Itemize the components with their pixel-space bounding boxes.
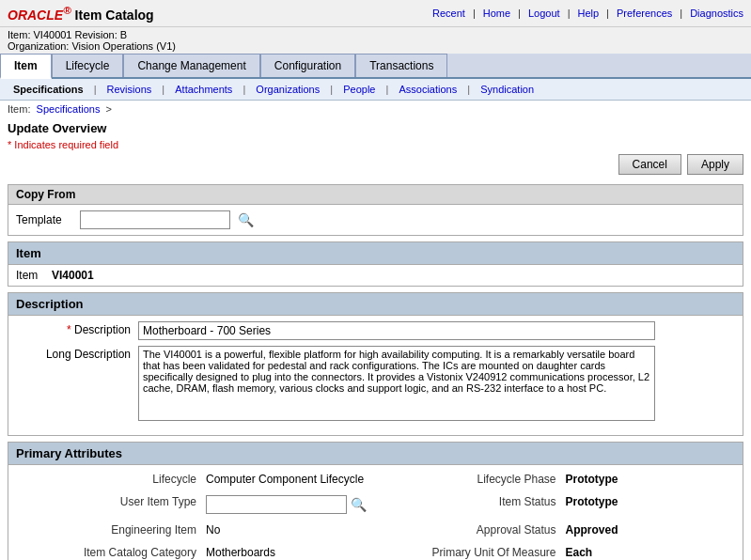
tab-configuration[interactable]: Configuration	[260, 54, 355, 77]
item-catalog-category-value: Motherboards	[204, 542, 376, 560]
action-buttons: Cancel Apply	[8, 154, 743, 175]
lifecycle-label: Lifecycle	[16, 469, 204, 490]
org-line: Organization: Vision Operations (V1)	[8, 40, 743, 52]
required-note-text: Indicates required field	[14, 139, 118, 150]
approval-status-value: Approved	[564, 520, 736, 540]
description-label: * Description	[16, 321, 138, 336]
user-item-type-value: 🔍	[204, 491, 376, 518]
user-item-type-search-icon[interactable]: 🔍	[351, 497, 367, 512]
nav-diagnostics[interactable]: Diagnostics	[690, 8, 743, 19]
apply-button[interactable]: Apply	[687, 154, 743, 175]
desc-required-star: *	[67, 323, 71, 336]
user-item-type-label: User Item Type	[16, 491, 204, 518]
primary-attributes-body: Lifecycle Computer Component Lifecycle L…	[8, 465, 743, 560]
nav-home[interactable]: Home	[483, 8, 510, 19]
main-tabs: Item Lifecycle Change Management Configu…	[0, 54, 751, 79]
oracle-logo: ORACLE® Item Catalog	[8, 4, 154, 23]
nav-logout[interactable]: Logout	[528, 8, 560, 19]
subtab-syndication[interactable]: Syndication	[473, 82, 541, 97]
breadcrumb-link[interactable]: Specifications	[37, 103, 101, 115]
engineering-item-value: No	[204, 520, 376, 540]
item-status-label: Item Status	[376, 491, 564, 518]
desc-label-text: Description	[74, 323, 131, 336]
lifecycle-value: Computer Component Lifecycle	[204, 469, 376, 490]
item-revision-line: Item: VI40001 Revision: B	[8, 29, 743, 40]
description-row: * Description	[16, 321, 735, 340]
tab-lifecycle[interactable]: Lifecycle	[52, 54, 124, 77]
primary-attributes-header: Primary Attributes	[8, 443, 743, 465]
subtab-attachments[interactable]: Attachments	[167, 82, 240, 97]
description-section: Description * Description Long Descripti…	[8, 292, 743, 436]
header: ORACLE® Item Catalog Recent | Home | Log…	[0, 0, 751, 27]
primary-unit-label: Primary Unit Of Measure	[376, 542, 564, 560]
subtab-organizations[interactable]: Organizations	[248, 82, 327, 97]
sub-tabs: Specifications | Revisions | Attachments…	[0, 79, 751, 101]
item-field-label: Item	[16, 269, 44, 282]
description-input[interactable]	[138, 321, 655, 340]
breadcrumb-item-label: Item:	[8, 103, 30, 115]
tab-item[interactable]: Item	[0, 54, 52, 79]
subtab-revisions[interactable]: Revisions	[100, 82, 160, 97]
tab-change-management[interactable]: Change Management	[123, 54, 259, 77]
long-description-row: Long Description The VI40001 is a powerf…	[16, 346, 735, 424]
long-description-wrap: The VI40001 is a powerful, flexible plat…	[138, 346, 655, 424]
item-section-header: Item	[8, 242, 743, 265]
long-description-input[interactable]: The VI40001 is a powerful, flexible plat…	[138, 346, 655, 421]
primary-unit-value: Each	[564, 542, 736, 560]
breadcrumb: Item: Specifications >	[0, 101, 751, 117]
copy-from-body: Template 🔍	[8, 205, 743, 235]
header-left: ORACLE® Item Catalog	[8, 4, 154, 23]
header-nav: Recent | Home | Logout | Help | Preferen…	[432, 8, 743, 19]
required-note: * Indicates required field	[8, 139, 743, 150]
subtab-specifications[interactable]: Specifications	[6, 82, 91, 97]
template-input[interactable]	[80, 210, 230, 229]
description-body: * Description Long Description The VI400…	[8, 316, 743, 435]
app-title: Item Catalog	[75, 8, 154, 23]
required-star: *	[8, 139, 11, 150]
breadcrumb-separator: >	[106, 103, 112, 115]
attributes-grid: Lifecycle Computer Component Lifecycle L…	[16, 469, 735, 560]
approval-status-label: Approval Status	[376, 520, 564, 540]
update-overview-title: Update Overview	[8, 121, 743, 135]
template-search-icon[interactable]: 🔍	[238, 212, 254, 227]
item-section-body: Item VI40001	[8, 265, 743, 286]
lifecycle-phase-label: Lifecycle Phase	[376, 469, 564, 490]
nav-recent[interactable]: Recent	[432, 8, 465, 19]
nav-preferences[interactable]: Preferences	[617, 8, 672, 19]
primary-attributes-section: Primary Attributes Lifecycle Computer Co…	[8, 442, 743, 560]
copy-from-header: Copy From	[8, 185, 743, 205]
item-section: Item Item VI40001	[8, 241, 743, 287]
template-label: Template	[16, 213, 72, 226]
item-field-value: VI40001	[52, 269, 94, 282]
engineering-item-label: Engineering Item	[16, 520, 204, 540]
lifecycle-phase-value: Prototype	[564, 469, 736, 490]
copy-from-section: Copy From Template 🔍	[8, 184, 743, 236]
subtab-associations[interactable]: Associations	[391, 82, 464, 97]
subtab-people[interactable]: People	[336, 82, 383, 97]
description-header: Description	[8, 293, 743, 316]
tab-transactions[interactable]: Transactions	[355, 54, 447, 77]
item-info: Item: VI40001 Revision: B Organization: …	[0, 27, 751, 54]
nav-help[interactable]: Help	[577, 8, 599, 19]
item-status-value: Prototype	[564, 491, 736, 518]
item-catalog-category-label: Item Catalog Category	[16, 542, 204, 560]
cancel-button[interactable]: Cancel	[618, 154, 681, 175]
user-item-type-input[interactable]	[206, 495, 347, 514]
long-description-label: Long Description	[16, 346, 138, 361]
update-overview: Update Overview * Indicates required fie…	[0, 117, 751, 179]
